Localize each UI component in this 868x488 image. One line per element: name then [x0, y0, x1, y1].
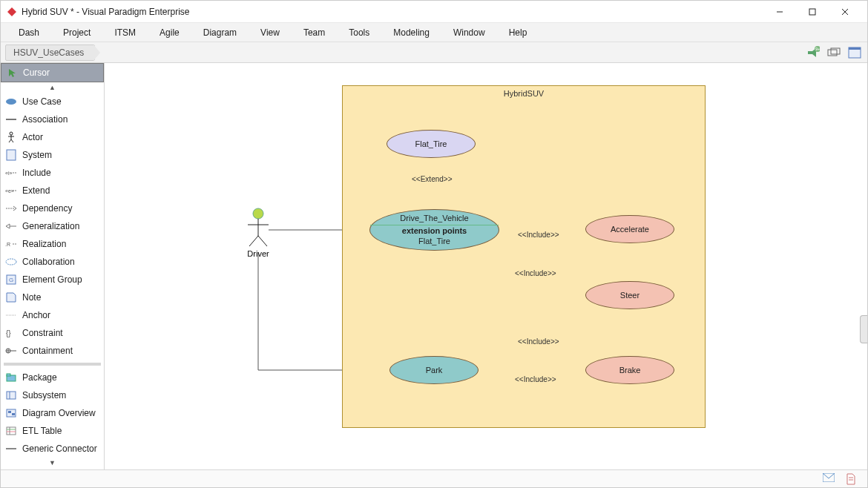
label-include-accelerate[interactable]: <<Include>>: [518, 231, 559, 239]
actor-driver[interactable]: Driver: [246, 208, 271, 258]
svg-text:«i»: «i»: [5, 171, 12, 176]
svg-text:{}: {}: [6, 329, 11, 337]
svg-marker-58: [847, 474, 855, 484]
association-icon: [5, 113, 17, 125]
palette-label: Use Case: [22, 96, 62, 107]
svg-point-15: [10, 132, 13, 135]
palette-note[interactable]: Note: [1, 288, 104, 306]
usecase-drive-vehicle[interactable]: Drive_The_Vehicle extension points Flat_…: [369, 209, 499, 251]
svg-line-55: [249, 236, 258, 246]
palette-actor[interactable]: Actor: [1, 128, 104, 146]
svg-marker-33: [7, 293, 16, 302]
package-icon: [5, 372, 17, 383]
usecase-label: Steer: [620, 291, 640, 300]
palette-etltable[interactable]: ETL Table: [1, 422, 104, 440]
palette-association[interactable]: Association: [1, 111, 104, 128]
svg-line-19: [11, 139, 13, 142]
menu-dash[interactable]: Dash: [7, 24, 51, 41]
palette-cursor[interactable]: Cursor: [1, 63, 104, 82]
include-icon: «i»: [5, 167, 17, 179]
menubar: Dash Project ITSM Agile Diagram View Tea…: [1, 23, 867, 42]
palette-label: Subsystem: [22, 390, 66, 400]
palette-realization[interactable]: .RRealization: [1, 235, 104, 253]
svg-text:.R: .R: [5, 242, 10, 247]
palette-label: Realization: [22, 239, 66, 249]
palette-dependency[interactable]: Dependency: [1, 200, 104, 217]
palette-containment[interactable]: Containment: [1, 342, 104, 360]
palette-elementgroup[interactable]: GElement Group: [1, 271, 104, 288]
palette-label: Constraint: [22, 328, 63, 338]
breadcrumb-tab[interactable]: HSUV_UseCases: [5, 44, 95, 61]
menu-itsm[interactable]: ITSM: [102, 24, 148, 41]
palette-overview[interactable]: Diagram Overview: [1, 404, 104, 422]
palette-label: Package: [22, 372, 57, 383]
palette-label: Generic Connector: [22, 444, 97, 454]
menu-project[interactable]: Project: [51, 24, 102, 41]
palette-system[interactable]: System: [1, 146, 104, 164]
menu-window[interactable]: Window: [441, 24, 497, 41]
statusbar: [1, 469, 867, 487]
window-close-button[interactable]: [829, 1, 861, 22]
svg-point-13: [6, 99, 16, 105]
palette-scroll-down[interactable]: ▼: [1, 458, 104, 468]
note-icon: [5, 291, 17, 303]
palette-scroll-up[interactable]: ▲: [1, 82, 104, 93]
app-logo-icon: [7, 7, 17, 17]
breadcrumb-bar: HSUV_UseCases 9+: [1, 42, 867, 63]
menu-tools[interactable]: Tools: [337, 24, 381, 41]
usecase-label: Accelerate: [611, 225, 649, 234]
palette-anchor[interactable]: Anchor: [1, 306, 104, 324]
constraint-icon: {}: [5, 327, 17, 339]
palette-usecase[interactable]: Use Case: [1, 93, 104, 111]
palette-label: Element Group: [22, 274, 82, 285]
palette-collaboration[interactable]: Collaboration: [1, 253, 104, 271]
menu-modeling[interactable]: Modeling: [381, 24, 441, 41]
svg-line-18: [9, 139, 11, 142]
palette-label: Dependency: [22, 203, 72, 214]
etltable-icon: [5, 425, 17, 437]
document-icon[interactable]: [846, 473, 858, 485]
svg-rect-8: [828, 50, 837, 56]
window-maximize-button[interactable]: [796, 1, 829, 22]
label-include-steer[interactable]: <<Include>>: [515, 269, 556, 277]
palette-extend[interactable]: «e»Extend: [1, 182, 104, 200]
label-include-park-brake[interactable]: <<Include>>: [515, 375, 556, 383]
menu-team[interactable]: Team: [292, 24, 337, 41]
usecase-steer[interactable]: Steer: [585, 281, 674, 309]
palette-package[interactable]: Package: [1, 369, 104, 386]
panel-icon[interactable]: [848, 46, 861, 59]
menu-view[interactable]: View: [249, 24, 292, 41]
svg-marker-27: [6, 224, 10, 228]
usecase-label: Brake: [619, 366, 641, 375]
usecase-flat-tire[interactable]: Flat_Tire: [387, 130, 476, 158]
svg-rect-45: [8, 411, 11, 413]
usecase-park[interactable]: Park: [389, 356, 479, 384]
label-include-brake[interactable]: <<Include>>: [518, 337, 559, 346]
system-label: HybridSUV: [504, 89, 544, 98]
usecase-accelerate[interactable]: Accelerate: [585, 215, 674, 243]
svg-text:G: G: [9, 277, 13, 283]
palette-genericconn[interactable]: Generic Connector: [1, 440, 104, 458]
palette-constraint[interactable]: {}Constraint: [1, 324, 104, 342]
svg-point-30: [6, 259, 16, 265]
menu-help[interactable]: Help: [497, 24, 539, 41]
usecase-brake[interactable]: Brake: [585, 356, 674, 384]
window-minimize-button[interactable]: [763, 1, 796, 22]
palette-label: Cursor: [23, 67, 50, 78]
genericconn-icon: [5, 443, 17, 455]
side-panel-handle[interactable]: [860, 315, 867, 343]
diagram-canvas[interactable]: HybridSUV Flat_Tire Drive_The_Vehicle ex…: [105, 63, 867, 469]
palette-generalization[interactable]: Generalization: [1, 217, 104, 235]
menu-diagram[interactable]: Diagram: [191, 24, 249, 41]
subsystem-icon: [5, 389, 17, 401]
palette-include[interactable]: «i»Include: [1, 164, 104, 182]
svg-point-52: [253, 208, 263, 219]
mail-icon[interactable]: [823, 473, 835, 485]
format-icon[interactable]: [827, 46, 841, 59]
palette-label: Diagram Overview: [22, 408, 96, 418]
announce-icon[interactable]: 9+: [806, 46, 820, 59]
label-extend[interactable]: <<Extend>>: [412, 175, 453, 183]
palette-subsystem[interactable]: Subsystem: [1, 386, 104, 404]
menu-agile[interactable]: Agile: [148, 24, 191, 41]
dependency-icon: [5, 202, 17, 214]
